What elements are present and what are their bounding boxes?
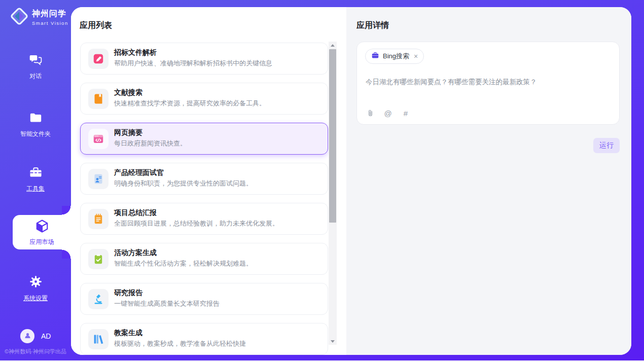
- notepad-icon: [92, 213, 104, 225]
- run-button[interactable]: 运行: [593, 138, 620, 153]
- app-card-title: 教案生成: [114, 329, 142, 338]
- app-card-3[interactable]: 产品经理面试官 明确身份和职责，为您提供专业性的面试问题。: [80, 163, 328, 195]
- app-card-title: 招标文件解析: [114, 48, 157, 57]
- clipboard-check-icon: [92, 253, 104, 265]
- app-card-desc: 模板驱动，教案秒成，教学准备从此轻松快捷: [114, 339, 246, 348]
- logo-diamond-icon: [10, 7, 29, 28]
- sidebar-item-label: 智能文件夹: [20, 130, 51, 138]
- app-window: 神州问学 Smart Vision 对话 智能文件夹 工具集 应用市场 系统设置…: [0, 0, 644, 362]
- at-icon[interactable]: @: [383, 108, 392, 118]
- app-card-title: 活动方案生成: [114, 248, 157, 258]
- prompt-card: Bing搜索 × 今日湖北有哪些新闻要点？有哪些需要关注的最新政策？ @#: [356, 42, 620, 125]
- app-card-2[interactable]: 网页摘要 每日政府新闻资讯快查。: [80, 123, 328, 155]
- sidebar-item-folders[interactable]: 智能文件夹: [0, 111, 71, 138]
- paperclip-icon[interactable]: [366, 108, 375, 118]
- app-card-title: 文献搜索: [114, 88, 142, 97]
- sidebar: 神州问学 Smart Vision 对话 智能文件夹 工具集 应用市场 系统设置…: [0, 0, 71, 362]
- brand-subtitle: Smart Vision: [32, 20, 68, 26]
- folder-icon: [29, 111, 43, 126]
- app-list-title: 应用列表: [80, 20, 112, 31]
- app-list-scrollbar[interactable]: [329, 42, 337, 345]
- app-detail-title: 应用详情: [356, 20, 389, 31]
- app-card-desc: 每日政府新闻资讯快查。: [114, 139, 187, 148]
- avatar: [20, 329, 34, 343]
- app-card-6[interactable]: 研究报告 一键智能生成高质量长文本研究报告: [80, 283, 328, 315]
- scroll-up-icon[interactable]: [329, 42, 337, 49]
- toolbox-icon: [29, 165, 43, 181]
- app-card-desc: 帮助用户快速、准确地理解和解析招标书中的关键信息: [114, 59, 272, 68]
- cube-icon: [34, 219, 50, 236]
- prompt-input[interactable]: 今日湖北有哪些新闻要点？有哪些需要关注的最新政策？: [366, 78, 537, 87]
- sidebar-item-market[interactable]: 应用市场: [13, 215, 71, 249]
- app-card-7[interactable]: 教案生成 模板驱动，教案秒成，教学准备从此轻松快捷: [80, 323, 328, 355]
- sidebar-item-label: 工具集: [26, 185, 45, 193]
- brand-logo: 神州问学 Smart Vision: [10, 7, 68, 28]
- sidebar-item-label: 系统设置: [23, 294, 48, 303]
- sidebar-item-chat[interactable]: 对话: [0, 53, 71, 81]
- chat-icon: [29, 53, 43, 68]
- edit-doc-icon: [92, 53, 104, 65]
- content-surface: 应用列表 招标文件解析 帮助用户快速、准确地理解和解析招标书中的关键信息 文献搜…: [71, 7, 631, 355]
- tool-tag-label: Bing搜索: [383, 52, 409, 61]
- app-detail-panel: 应用详情 Bing搜索 × 今日湖北有哪些新闻要点？有哪些需要关注的最新政策？ …: [346, 7, 631, 355]
- person-icon: [23, 331, 32, 342]
- close-icon[interactable]: ×: [414, 53, 418, 60]
- app-card-title: 网页摘要: [114, 128, 142, 137]
- app-card-desc: 快速精准查找学术资源，提高研究效率的必备工具。: [114, 99, 266, 108]
- briefcase-icon: [371, 51, 379, 61]
- web-code-icon: [92, 133, 104, 145]
- app-card-5[interactable]: 活动方案生成 智能生成个性化活动方案，轻松解决规划难题。: [80, 243, 328, 275]
- app-card-desc: 智能生成个性化活动方案，轻松解决规划难题。: [114, 259, 253, 268]
- app-card-title: 产品经理面试官: [114, 168, 164, 177]
- gear-icon: [29, 275, 43, 291]
- app-card-0[interactable]: 招标文件解析 帮助用户快速、准确地理解和解析招标书中的关键信息: [80, 43, 328, 75]
- scrollbar-thumb[interactable]: [329, 49, 336, 223]
- app-card-title: 研究报告: [114, 288, 142, 298]
- sidebar-item-label: 应用市场: [30, 238, 54, 246]
- attachment-toolbar: @#: [366, 108, 410, 118]
- app-card-desc: 全面回顾项目进展，总结经验教训，助力未来优化发展。: [114, 219, 279, 228]
- book-icon: [92, 93, 104, 105]
- books-icon: [92, 333, 104, 345]
- user-name: AD: [41, 332, 51, 340]
- scroll-down-icon[interactable]: [329, 338, 337, 345]
- sidebar-item-toolset[interactable]: 工具集: [0, 165, 71, 193]
- app-card-desc: 明确身份和职责，为您提供专业性的面试问题。: [114, 179, 253, 188]
- sidebar-item-settings[interactable]: 系统设置: [0, 275, 71, 303]
- brand-name: 神州问学: [32, 9, 68, 19]
- copyright-text: ©神州数码·神州问学出品: [0, 348, 71, 355]
- hash-icon[interactable]: #: [401, 108, 410, 118]
- user-account[interactable]: AD: [20, 329, 51, 343]
- app-card-4[interactable]: 项目总结汇报 全面回顾项目进展，总结经验教训，助力未来优化发展。: [80, 203, 328, 235]
- app-card-1[interactable]: 文献搜索 快速精准查找学术资源，提高研究效率的必备工具。: [80, 83, 328, 115]
- sidebar-item-label: 对话: [29, 72, 42, 81]
- tool-tag-bing[interactable]: Bing搜索 ×: [365, 49, 424, 64]
- interviewer-icon: [92, 173, 104, 185]
- app-list-panel: 应用列表 招标文件解析 帮助用户快速、准确地理解和解析招标书中的关键信息 文献搜…: [71, 7, 346, 355]
- app-list: 招标文件解析 帮助用户快速、准确地理解和解析招标书中的关键信息 文献搜索 快速精…: [80, 43, 328, 355]
- microscope-icon: [92, 293, 104, 305]
- app-card-desc: 一键智能生成高质量长文本研究报告: [114, 299, 220, 308]
- app-card-title: 项目总结汇报: [114, 208, 157, 218]
